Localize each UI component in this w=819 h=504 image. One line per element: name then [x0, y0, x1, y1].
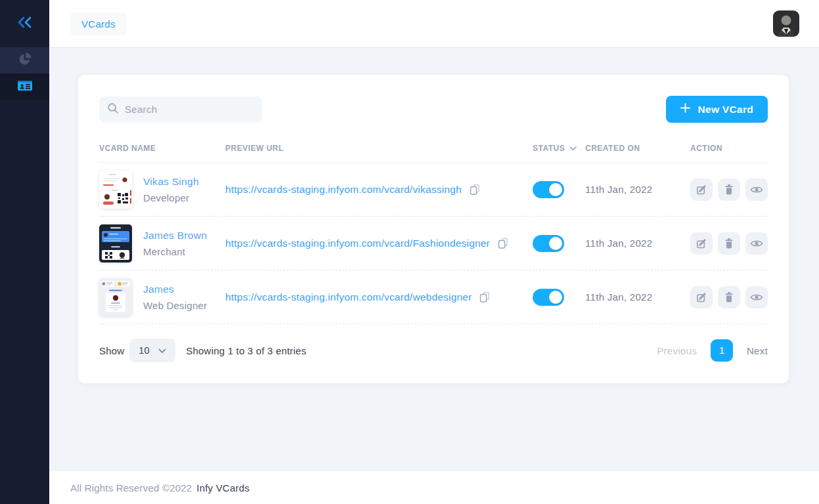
view-button[interactable] [745, 178, 768, 201]
vcard-role: Developer [143, 192, 199, 203]
chevron-down-icon [158, 345, 166, 356]
page-size-select[interactable]: 10 [129, 339, 175, 362]
copy-url-button[interactable] [477, 291, 490, 303]
column-header-created-on: CREATED ON [585, 144, 690, 153]
vcard-thumbnail [99, 171, 132, 209]
vcard-thumbnail [99, 224, 132, 262]
sidebar-collapse-button[interactable] [0, 0, 49, 47]
vcard-role: Web Designer [143, 300, 207, 311]
new-vcard-button-label: New VCard [697, 104, 753, 116]
top-header: VCards [49, 0, 819, 47]
edit-button[interactable] [690, 286, 713, 308]
main-content: New VCard VCARD NAME PREVIEW URL STATUS … [49, 47, 819, 471]
previous-page-button[interactable]: Previous [657, 345, 697, 356]
vcard-name-link[interactable]: James [143, 284, 207, 295]
show-label: Show [99, 345, 124, 356]
table-row: James Brown Merchant https://vcards-stag… [99, 217, 768, 270]
copy-url-button[interactable] [468, 183, 480, 196]
breadcrumb[interactable]: VCards [70, 12, 127, 35]
preview-url-link[interactable]: https://vcards-staging.infyom.com/vcard/… [225, 291, 472, 303]
view-button[interactable] [745, 286, 768, 308]
copyright-text: All Rights Reserved ©2022 [70, 482, 192, 494]
preview-url-link[interactable]: https://vcards-staging.infyom.com/vcard/… [225, 238, 490, 249]
search-input[interactable] [125, 104, 254, 115]
entries-summary: Showing 1 to 3 of 3 entries [186, 345, 306, 356]
page-footer: All Rights Reserved ©2022 Infy VCards [49, 471, 819, 504]
edit-button[interactable] [690, 232, 713, 255]
edit-button[interactable] [690, 178, 713, 201]
brand-name: Infy VCards [196, 482, 250, 494]
next-page-button[interactable]: Next [747, 345, 768, 356]
sort-icon [569, 144, 577, 153]
sidebar [0, 0, 49, 504]
vcard-name-link[interactable]: Vikas Singh [143, 176, 199, 188]
delete-button[interactable] [718, 232, 740, 255]
table-footer: Show 10 Showing 1 to 3 of 3 entries Prev… [99, 339, 768, 362]
vcard-role: Merchant [143, 246, 207, 257]
status-toggle[interactable] [533, 181, 564, 198]
created-on-date: 11th Jan, 2022 [585, 238, 690, 249]
table-row: Vikas Singh Developer https://vcards-sta… [99, 163, 768, 217]
pie-chart-icon [18, 52, 32, 69]
page-size-value: 10 [139, 345, 149, 356]
column-header-status-label: STATUS [533, 144, 565, 153]
table-row: James Web Designer https://vcards-stagin… [99, 270, 768, 324]
preview-url-link[interactable]: https://vcards-staging.infyom.com/vcard/… [225, 184, 462, 196]
plus-icon [680, 103, 690, 116]
pagination: Previous 1 Next [657, 339, 768, 362]
table-header: VCARD NAME PREVIEW URL STATUS CREATED ON… [99, 144, 768, 163]
view-button[interactable] [745, 232, 768, 255]
user-avatar[interactable] [773, 10, 799, 37]
status-toggle[interactable] [533, 289, 564, 306]
sidebar-item-vcards[interactable] [0, 74, 49, 100]
double-chevron-left-icon [16, 15, 33, 32]
sidebar-item-dashboard[interactable] [0, 47, 49, 74]
created-on-date: 11th Jan, 2022 [585, 291, 690, 303]
vcard-thumbnail [99, 278, 132, 316]
delete-button[interactable] [718, 286, 740, 308]
vcards-card: New VCard VCARD NAME PREVIEW URL STATUS … [78, 75, 789, 383]
created-on-date: 11th Jan, 2022 [585, 184, 690, 195]
column-header-vcard-name: VCARD NAME [99, 144, 225, 153]
table-toolbar: New VCard [99, 96, 768, 123]
search-icon [107, 102, 119, 117]
new-vcard-button[interactable]: New VCard [666, 96, 768, 123]
delete-button[interactable] [718, 178, 740, 201]
search-box [99, 96, 262, 123]
vcard-name-link[interactable]: James Brown [143, 230, 207, 242]
column-header-preview-url: PREVIEW URL [225, 144, 533, 153]
page-number-button[interactable]: 1 [711, 339, 733, 362]
contact-card-icon [17, 79, 33, 94]
column-header-action: ACTION [690, 144, 768, 153]
status-toggle[interactable] [533, 235, 564, 252]
copy-url-button[interactable] [496, 237, 508, 249]
column-header-status[interactable]: STATUS [533, 144, 585, 153]
